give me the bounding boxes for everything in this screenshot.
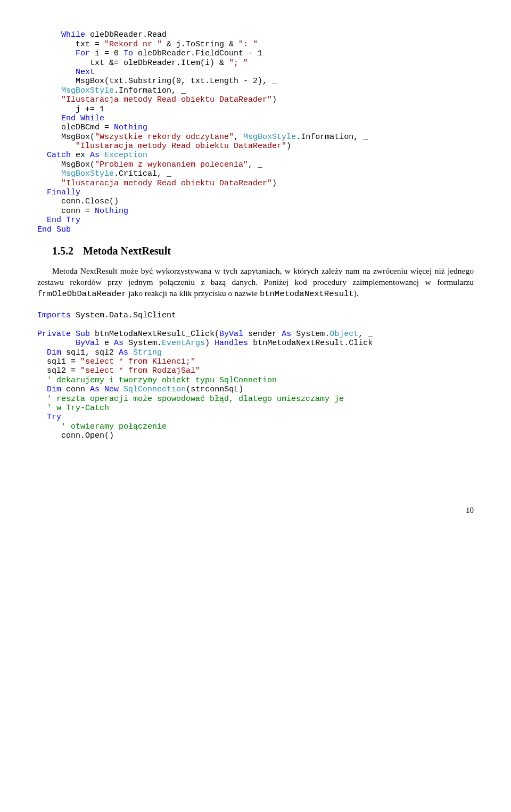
paragraph-text: jako reakcji na klik przycisku o nazwie	[126, 289, 260, 298]
section-number: 1.5.2	[52, 245, 73, 257]
section-title: Metoda NextResult	[83, 245, 171, 257]
paragraph-text: ).	[354, 289, 359, 298]
code-block-2: Imports System.Data.SqlClient Private Su…	[37, 302, 474, 441]
code-inline-1: frmOleDbDataReader	[37, 289, 126, 299]
paragraph-text: Metoda NextResult może być wykorzystywan…	[37, 266, 474, 286]
code-inline-2: btnMetodaNextResult	[260, 289, 354, 299]
section-heading: 1.5.2Metoda NextResult	[52, 244, 474, 258]
paragraph-1: Metoda NextResult może być wykorzystywan…	[37, 266, 474, 300]
code-block-1: While oleDbReader.Read txt = "Rekord nr …	[37, 21, 474, 234]
page-number: 10	[37, 505, 474, 515]
